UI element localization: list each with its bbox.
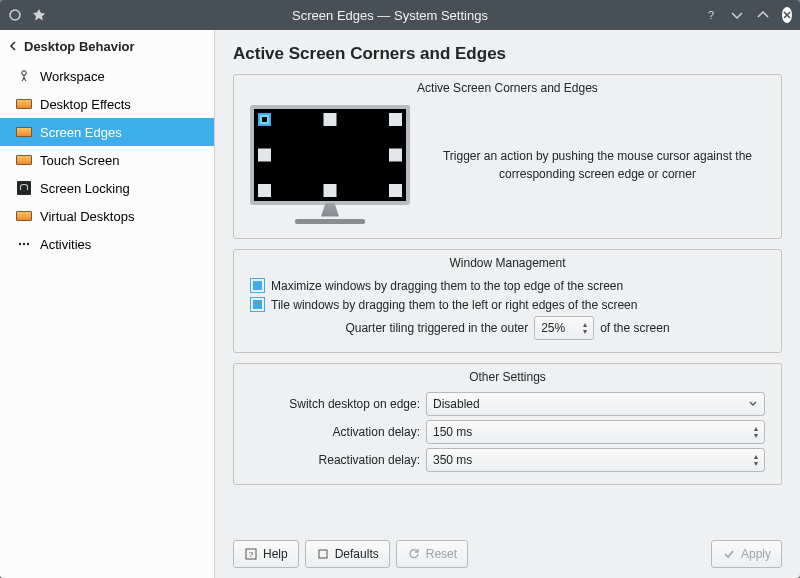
breadcrumb[interactable]: Desktop Behavior <box>0 30 214 62</box>
edge-hotspot-top-left[interactable] <box>258 113 271 126</box>
desktop-effects-icon <box>16 96 32 112</box>
sidebar-item-label: Activities <box>40 237 91 252</box>
window-title: Screen Edges — System Settings <box>68 8 712 23</box>
quarter-suffix: of the screen <box>600 321 669 335</box>
sidebar-item-desktop-effects[interactable]: Desktop Effects <box>0 90 214 118</box>
edge-hotspot-left[interactable] <box>258 149 271 162</box>
checkbox-label: Tile windows by dragging them to the lef… <box>271 298 637 312</box>
apply-icon <box>722 547 736 561</box>
spin-buttons[interactable]: ▴▾ <box>754 453 758 467</box>
svg-rect-8 <box>319 550 327 558</box>
button-label: Reset <box>426 547 457 561</box>
spin-value: 150 ms <box>433 425 472 439</box>
screen-edges-icon <box>16 124 32 140</box>
spin-buttons[interactable]: ▴▾ <box>754 425 758 439</box>
row-reactivation-delay: Reactivation delay: 350 ms ▴▾ <box>244 446 771 474</box>
field-label: Reactivation delay: <box>250 453 420 467</box>
breadcrumb-back-icon[interactable] <box>8 41 18 51</box>
breadcrumb-label: Desktop Behavior <box>24 39 135 54</box>
combo-switch-desktop[interactable]: Disabled <box>426 392 765 416</box>
spin-value: 350 ms <box>433 453 472 467</box>
edge-description: Trigger an action by pushing the mouse c… <box>430 147 765 183</box>
workspace-icon <box>16 68 32 84</box>
sidebar-item-virtual-desktops[interactable]: Virtual Desktops <box>0 202 214 230</box>
edge-hotspot-right[interactable] <box>389 149 402 162</box>
group-title: Active Screen Corners and Edges <box>244 81 771 95</box>
chevron-down-icon <box>748 399 758 409</box>
help-icon[interactable]: ? <box>704 8 718 22</box>
sidebar: Desktop Behavior Workspace Desktop Effec… <box>0 30 215 578</box>
screen-locking-icon <box>16 180 32 196</box>
sidebar-item-label: Desktop Effects <box>40 97 131 112</box>
help-button-icon: ? <box>244 547 258 561</box>
defaults-icon <box>316 547 330 561</box>
spin-buttons[interactable]: ▴▾ <box>583 321 587 335</box>
svg-point-5 <box>27 243 29 245</box>
monitor-stand <box>315 203 345 219</box>
defaults-button[interactable]: Defaults <box>305 540 390 568</box>
field-label: Activation delay: <box>250 425 420 439</box>
footer: ? Help Defaults Reset Apply <box>233 532 782 568</box>
sidebar-item-screen-edges[interactable]: Screen Edges <box>0 118 214 146</box>
sidebar-item-label: Touch Screen <box>40 153 120 168</box>
spin-reactivation-delay[interactable]: 350 ms ▴▾ <box>426 448 765 472</box>
spin-value: 25% <box>541 321 565 335</box>
svg-text:?: ? <box>708 9 714 21</box>
apply-button[interactable]: Apply <box>711 540 782 568</box>
combo-value: Disabled <box>433 397 480 411</box>
group-window-management: Window Management Maximize windows by dr… <box>233 249 782 353</box>
checkbox-maximize[interactable] <box>250 278 265 293</box>
minimize-icon[interactable] <box>730 8 744 22</box>
sidebar-item-screen-locking[interactable]: Screen Locking <box>0 174 214 202</box>
svg-point-2 <box>22 71 26 75</box>
sidebar-item-label: Screen Edges <box>40 125 122 140</box>
svg-point-3 <box>19 243 21 245</box>
close-icon[interactable] <box>782 7 792 23</box>
maximize-icon[interactable] <box>756 8 770 22</box>
group-title: Window Management <box>244 256 771 270</box>
edge-hotspot-bottom[interactable] <box>324 184 337 197</box>
sidebar-item-workspace[interactable]: Workspace <box>0 62 214 90</box>
sidebar-item-activities[interactable]: Activities <box>0 230 214 258</box>
row-tile: Tile windows by dragging them to the lef… <box>244 295 771 314</box>
checkbox-tile[interactable] <box>250 297 265 312</box>
field-label: Switch desktop on edge: <box>250 397 420 411</box>
edge-hotspot-bottom-right[interactable] <box>389 184 402 197</box>
button-label: Defaults <box>335 547 379 561</box>
pin-icon[interactable] <box>32 8 46 22</box>
spin-activation-delay[interactable]: 150 ms ▴▾ <box>426 420 765 444</box>
monitor-preview <box>250 105 410 224</box>
monitor-base <box>295 219 365 224</box>
edge-hotspot-bottom-left[interactable] <box>258 184 271 197</box>
page-title: Active Screen Corners and Edges <box>233 44 782 64</box>
svg-text:?: ? <box>249 550 254 559</box>
row-quarter-tiling: Quarter tiling triggered in the outer 25… <box>244 314 771 342</box>
edge-hotspot-top[interactable] <box>324 113 337 126</box>
quarter-prefix: Quarter tiling triggered in the outer <box>345 321 528 335</box>
app-menu-icon[interactable] <box>8 8 22 22</box>
button-label: Help <box>263 547 288 561</box>
spin-quarter-percent[interactable]: 25% ▴▾ <box>534 316 594 340</box>
row-switch-desktop: Switch desktop on edge: Disabled <box>244 390 771 418</box>
sidebar-item-label: Workspace <box>40 69 105 84</box>
touch-screen-icon <box>16 152 32 168</box>
reset-button[interactable]: Reset <box>396 540 468 568</box>
group-title: Other Settings <box>244 370 771 384</box>
titlebar[interactable]: Screen Edges — System Settings ? <box>0 0 800 30</box>
sidebar-item-label: Screen Locking <box>40 181 130 196</box>
activities-icon <box>16 236 32 252</box>
edge-hotspot-top-right[interactable] <box>389 113 402 126</box>
window: Screen Edges — System Settings ? Desktop… <box>0 0 800 578</box>
sidebar-item-label: Virtual Desktops <box>40 209 134 224</box>
group-active-edges: Active Screen Corners and Edges <box>233 74 782 239</box>
group-other-settings: Other Settings Switch desktop on edge: D… <box>233 363 782 485</box>
sidebar-list: Workspace Desktop Effects Screen Edges T… <box>0 62 214 258</box>
monitor-screen <box>250 105 410 205</box>
sidebar-item-touch-screen[interactable]: Touch Screen <box>0 146 214 174</box>
body: Desktop Behavior Workspace Desktop Effec… <box>0 30 800 578</box>
reset-icon <box>407 547 421 561</box>
row-activation-delay: Activation delay: 150 ms ▴▾ <box>244 418 771 446</box>
svg-point-4 <box>23 243 25 245</box>
virtual-desktops-icon <box>16 208 32 224</box>
help-button[interactable]: ? Help <box>233 540 299 568</box>
